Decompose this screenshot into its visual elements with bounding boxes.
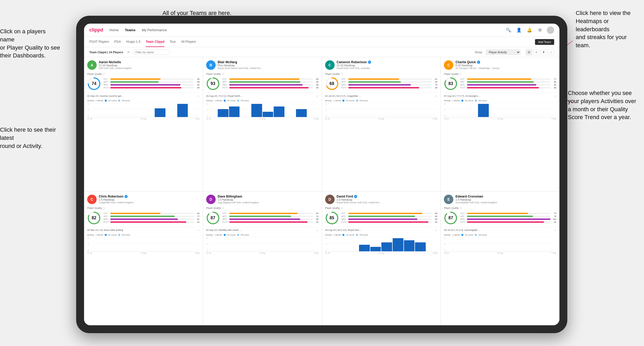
score-circle[interactable]: 83	[444, 77, 458, 91]
list-view-icon[interactable]: ≡	[533, 49, 539, 55]
nav-teams[interactable]: Teams	[125, 28, 136, 32]
stat-row-putt: PUTT 85	[103, 87, 200, 89]
score-circle[interactable]: 68	[325, 77, 339, 91]
score-circle[interactable]: 82	[87, 211, 101, 225]
chart-dates: 31 Jul 21 Aug 4 Sep	[444, 252, 556, 254]
stats-bars: OTT 77 APP 80 ARG 83 PU	[460, 78, 556, 89]
search-icon[interactable]: 🔍	[505, 26, 512, 34]
nav-bar: clippd Home Teams My Performance 🔍 👤 🔔 ⚙	[84, 24, 559, 37]
stat-bar-ott	[229, 78, 299, 80]
player-info: Chris Robertson✓ 1-5 Handicap Craigmilla…	[99, 195, 200, 204]
on-course-legend	[105, 100, 107, 102]
tab-tour[interactable]: Tour	[170, 37, 176, 47]
stat-label-app: APP	[460, 215, 466, 217]
quality-label[interactable]: Player Quality ⓘ	[444, 72, 556, 75]
stat-row-app: APP 74	[222, 215, 319, 217]
stat-value-putt: 91	[195, 221, 200, 223]
player-name[interactable]: Cameron Robertson✓	[337, 60, 438, 64]
search-input[interactable]	[133, 50, 170, 55]
quality-label[interactable]: Player Quality ⓘ	[325, 72, 438, 75]
user-icon[interactable]: 👤	[515, 26, 523, 34]
last-round[interactable]: 26 Aug 23 | 73 (+1), Royal North Devon G…	[206, 93, 319, 97]
date-start: 31 Jul	[325, 252, 330, 254]
quality-label[interactable]: Player Quality ⓘ	[325, 207, 438, 210]
last-round[interactable]: 02 Sep 23 | Sunrise round to get back in…	[87, 93, 200, 97]
stat-row-ott: OTT 82	[222, 212, 319, 215]
stat-bar-ott	[110, 78, 160, 80]
date-start: 31 Jul	[206, 252, 211, 254]
score-circle[interactable]: 87	[206, 211, 220, 225]
chart-bar	[155, 108, 165, 117]
tab-pgat[interactable]: PGAT Players	[89, 37, 109, 47]
player-handicap: 1-5 Handicap	[455, 198, 556, 201]
player-name[interactable]: Charlie Quick✓	[455, 60, 556, 64]
quality-label[interactable]: Player Quality ⓘ	[206, 72, 319, 75]
nav-my-performance[interactable]: My Performance	[142, 28, 167, 32]
quality-label[interactable]: Player Quality ⓘ	[444, 207, 556, 210]
last-round[interactable]: 26 Aug 23 | 84 (+12), Royal North Devon …	[325, 227, 438, 232]
stat-label-putt: PUTT	[222, 221, 228, 223]
player-name[interactable]: Chris Robertson✓	[99, 195, 200, 198]
quality-section: Player Quality ⓘ 93 OTT 84 APP	[206, 72, 319, 91]
score-circle[interactable]: 74	[87, 77, 101, 91]
sort-icon[interactable]: ↕	[548, 49, 554, 55]
last-round[interactable]: 07 Aug 23 | 77 (+7), St George's Hill GC…	[444, 93, 556, 97]
player-name[interactable]: Dave Billingham	[218, 195, 319, 198]
bars-container	[206, 237, 319, 251]
chart-dates: 31 Jul 21 Aug 4 Sep	[87, 252, 200, 254]
player-name[interactable]: Aaron Nicholls	[99, 60, 200, 64]
add-team-button[interactable]: Add Team	[535, 39, 554, 45]
stat-label-app: APP	[103, 81, 109, 83]
tab-hcaps[interactable]: Hcaps 1-5	[126, 37, 141, 47]
stat-bar-app	[348, 216, 415, 217]
last-round[interactable]: 02 Jul 23 | 59 (+17), Craigmillar Park G…	[325, 93, 438, 97]
last-round[interactable]: 05 Mar 23 | 19, Must make putting →	[87, 227, 200, 232]
stat-label-ott: OTT	[103, 212, 109, 215]
score-circle[interactable]: 85	[325, 211, 339, 225]
off-course-label: Off course	[478, 100, 487, 102]
off-course-label: Off course	[360, 234, 368, 236]
stat-value-ott: 60	[195, 78, 200, 80]
quality-section: Player Quality ⓘ 83 OTT 77 APP	[444, 72, 556, 91]
player-name[interactable]: David Ford✓	[337, 195, 438, 198]
quality-section: Player Quality ⓘ 87 OTT 82 APP	[206, 207, 319, 225]
quality-label[interactable]: Player Quality ⓘ	[87, 207, 200, 210]
tab-team-clippd[interactable]: Team Clippd	[146, 37, 164, 47]
stat-bar-ott	[348, 78, 399, 80]
stat-label-app: APP	[222, 215, 228, 217]
player-name[interactable]: Blair McHarg	[218, 60, 319, 64]
filter-icon[interactable]: ▼	[541, 49, 547, 55]
player-name[interactable]: Edward Crossman	[455, 195, 556, 198]
last-round-arrow: →	[316, 229, 319, 232]
last-round[interactable]: 04 Sep 23 | Mobility with coach, Gym →	[206, 227, 319, 232]
nav-home[interactable]: Home	[110, 28, 119, 32]
stat-bar-bg-app	[110, 81, 194, 83]
stat-bar-bg-putt	[467, 221, 550, 223]
player-avatar: D	[206, 195, 216, 204]
quality-label[interactable]: Player Quality ⓘ	[87, 72, 200, 75]
last-round[interactable]: 18 Jul 23 | 74 (+4), Sunningdale GC - Ol…	[444, 227, 556, 232]
stat-row-app: APP 77	[103, 215, 200, 217]
bell-icon[interactable]: 🔔	[526, 26, 533, 34]
show-select[interactable]: Player Activity Quality Score Trend	[486, 50, 521, 55]
score-circle[interactable]: 87	[444, 211, 458, 225]
date-end: 4 Sep	[433, 118, 437, 120]
stat-value-app: 74	[314, 215, 319, 217]
grid-view-icon[interactable]: ⊞	[526, 49, 532, 55]
quality-label[interactable]: Player Quality ⓘ	[206, 207, 319, 210]
tab-all-players[interactable]: All Players	[181, 37, 196, 47]
tab-pga[interactable]: PGA	[114, 37, 121, 47]
stat-value-app: 85	[314, 81, 319, 83]
avatar[interactable]	[547, 26, 554, 34]
stats-bars: OTT 60 APP 58 ARG 84 PU	[103, 78, 200, 89]
player-info: David Ford✓ 1-5 Handicap Royal North Dev…	[337, 195, 438, 204]
settings-icon[interactable]: ⚙	[536, 26, 544, 34]
player-info: Dave Billingham 1-5 Handicap Sag Maging …	[218, 195, 319, 204]
edit-icon[interactable]: ✏	[127, 50, 130, 54]
stat-bar-bg-putt	[348, 87, 432, 88]
stat-label-ott: OTT	[460, 78, 466, 80]
stat-bar-bg-ott	[110, 213, 194, 214]
stat-row-app: APP 63	[341, 81, 438, 83]
off-course-legend	[237, 100, 239, 102]
score-circle[interactable]: 93	[206, 77, 220, 91]
